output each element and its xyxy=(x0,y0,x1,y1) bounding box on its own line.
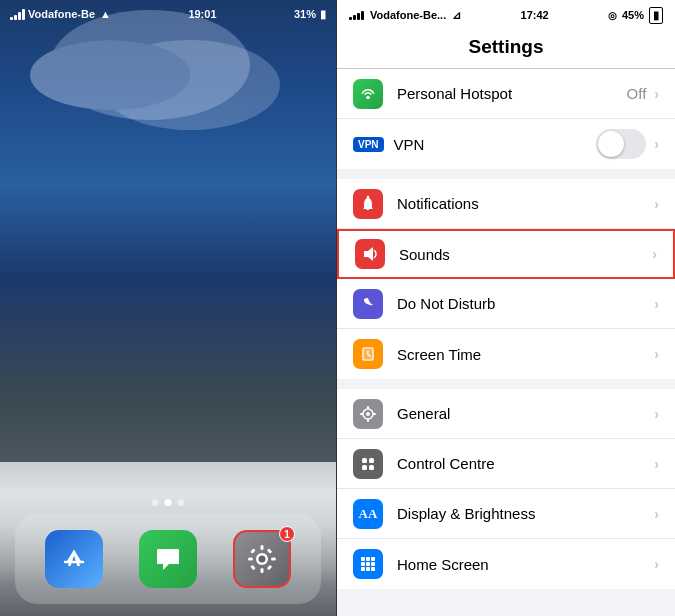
settings-svg xyxy=(246,543,278,575)
vpn-chevron: › xyxy=(654,136,659,152)
app-store-icon[interactable]: A xyxy=(45,530,103,588)
control-centre-chevron: › xyxy=(654,456,659,472)
settings-section-1: Personal Hotspot Off › VPN VPN › xyxy=(337,69,675,169)
row-do-not-disturb[interactable]: Do Not Disturb › xyxy=(337,279,675,329)
sounds-label: Sounds xyxy=(399,246,652,263)
status-bar-right: Vodafone-Be... ⊿ 17:42 ◎ 45% ▮ xyxy=(337,0,675,30)
svg-rect-9 xyxy=(267,548,273,554)
messages-icon-bg xyxy=(139,530,197,588)
settings-icon-dock[interactable]: 1 xyxy=(233,530,291,588)
dnd-icon xyxy=(353,289,383,319)
svg-rect-34 xyxy=(366,567,370,571)
notifications-icon xyxy=(353,189,383,219)
battery-icon-left: ▮ xyxy=(320,8,326,21)
right-battery: ◎ 45% ▮ xyxy=(608,7,663,24)
page-dot-2 xyxy=(165,499,172,506)
app-store-svg: A xyxy=(59,544,89,574)
row-sounds[interactable]: Sounds › xyxy=(337,229,675,279)
svg-rect-30 xyxy=(361,562,365,566)
svg-rect-3 xyxy=(261,545,264,550)
svg-rect-27 xyxy=(361,557,365,561)
control-centre-label: Control Centre xyxy=(397,455,654,472)
svg-point-12 xyxy=(367,195,369,197)
hotspot-value: Off xyxy=(627,85,647,102)
messages-icon[interactable] xyxy=(139,530,197,588)
right-carrier-name: Vodafone-Be... xyxy=(370,9,446,21)
vpn-icon-label: VPN xyxy=(353,137,384,152)
home-screen-svg xyxy=(359,555,377,573)
svg-rect-7 xyxy=(250,548,256,554)
phone-left: Vodafone-Be ▲ 19:01 31% ▮ A xyxy=(0,0,337,616)
time-left: 19:01 xyxy=(188,8,216,20)
right-signal xyxy=(349,10,364,20)
screen-time-svg xyxy=(359,345,377,363)
page-dot-3 xyxy=(178,499,185,506)
app-store-icon-bg: A xyxy=(45,530,103,588)
status-bar-left: Vodafone-Be ▲ 19:01 31% ▮ xyxy=(0,0,336,28)
right-time: 17:42 xyxy=(521,9,549,21)
svg-rect-29 xyxy=(371,557,375,561)
svg-rect-10 xyxy=(250,565,256,571)
svg-rect-28 xyxy=(366,557,370,561)
settings-scroll: Personal Hotspot Off › VPN VPN › xyxy=(337,69,675,616)
vpn-label: VPN xyxy=(394,136,597,153)
right-wifi-icon: ⊿ xyxy=(452,9,461,22)
row-personal-hotspot[interactable]: Personal Hotspot Off › xyxy=(337,69,675,119)
general-label: General xyxy=(397,405,654,422)
right-carrier: Vodafone-Be... ⊿ xyxy=(349,9,461,22)
right-battery-percent: 45% xyxy=(622,9,644,21)
notifications-label: Notifications xyxy=(397,195,654,212)
svg-rect-26 xyxy=(369,465,374,470)
svg-rect-21 xyxy=(360,413,363,415)
page-dots xyxy=(152,499,185,506)
sounds-chevron: › xyxy=(652,246,657,262)
sounds-icon xyxy=(355,239,385,269)
home-screen-label: Home Screen xyxy=(397,556,654,573)
carrier-name: Vodafone-Be xyxy=(28,8,95,20)
phone-right: Vodafone-Be... ⊿ 17:42 ◎ 45% ▮ Settings xyxy=(337,0,675,616)
svg-rect-23 xyxy=(362,458,367,463)
svg-rect-31 xyxy=(366,562,370,566)
svg-point-16 xyxy=(367,353,369,355)
screen-time-icon xyxy=(353,339,383,369)
hotspot-label: Personal Hotspot xyxy=(397,85,627,102)
screen-time-chevron: › xyxy=(654,346,659,362)
display-icon: AA xyxy=(353,499,383,529)
svg-rect-32 xyxy=(371,562,375,566)
row-general[interactable]: General › xyxy=(337,389,675,439)
dock: A xyxy=(15,514,321,604)
svg-marker-13 xyxy=(364,247,373,261)
battery-percent-left: 31% xyxy=(294,8,316,20)
display-chevron: › xyxy=(654,506,659,522)
svg-rect-8 xyxy=(267,565,273,571)
row-screen-time[interactable]: Screen Time › xyxy=(337,329,675,379)
general-chevron: › xyxy=(654,406,659,422)
signal-bars xyxy=(10,8,25,20)
settings-badge: 1 xyxy=(279,526,295,542)
control-centre-svg xyxy=(359,455,377,473)
battery-info-left: 31% ▮ xyxy=(294,8,326,21)
dnd-chevron: › xyxy=(654,296,659,312)
settings-title: Settings xyxy=(469,36,544,57)
location-icon: ◎ xyxy=(608,10,617,21)
row-home-screen[interactable]: Home Screen › xyxy=(337,539,675,589)
home-screen-icon xyxy=(353,549,383,579)
carrier-info: Vodafone-Be ▲ xyxy=(10,8,111,20)
notifications-chevron: › xyxy=(654,196,659,212)
settings-header: Settings xyxy=(337,30,675,69)
row-notifications[interactable]: Notifications › xyxy=(337,179,675,229)
row-vpn[interactable]: VPN VPN › xyxy=(337,119,675,169)
svg-point-18 xyxy=(366,412,370,416)
settings-section-2: Notifications › Sounds › xyxy=(337,179,675,379)
svg-rect-19 xyxy=(367,406,369,409)
right-battery-icon: ▮ xyxy=(649,7,663,24)
wifi-icon: ▲ xyxy=(100,8,111,20)
divider-2 xyxy=(337,379,675,389)
row-display-brightness[interactable]: AA Display & Brightness › xyxy=(337,489,675,539)
aa-text: AA xyxy=(359,506,378,522)
screen-time-label: Screen Time xyxy=(397,346,654,363)
row-control-centre[interactable]: Control Centre › xyxy=(337,439,675,489)
vpn-toggle[interactable] xyxy=(596,129,646,159)
svg-rect-22 xyxy=(373,413,376,415)
svg-point-2 xyxy=(259,556,266,563)
